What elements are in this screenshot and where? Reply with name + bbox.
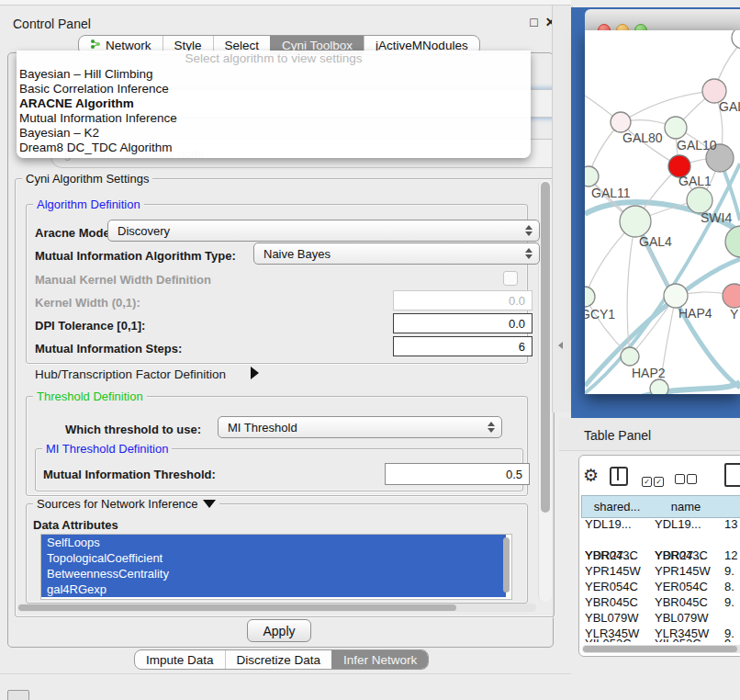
combo-spinner-icon: [525, 248, 533, 259]
node[interactable]: [650, 379, 668, 394]
hub-section-label[interactable]: Hub/Transcription Factor Definition: [35, 367, 226, 381]
list-item[interactable]: BetweennessCentrality: [41, 566, 506, 581]
column-header-name[interactable]: name: [651, 495, 722, 518]
combo-spinner-icon: [525, 225, 533, 236]
node[interactable]: [621, 347, 639, 366]
list-item[interactable]: SelfLoops: [41, 535, 506, 550]
settings-vertical-scrollbar-thumb[interactable]: [541, 182, 550, 513]
table-row[interactable]: YDR27...YDR27...12: [581, 533, 740, 548]
mi-threshold-label: Mutual Information Threshold:: [43, 468, 216, 481]
dropdown-item[interactable]: Bayesian – K2: [17, 126, 531, 141]
node[interactable]: [665, 117, 687, 139]
float-window-icon[interactable]: □: [527, 16, 541, 29]
control-panel-title: Control Panel: [13, 17, 91, 31]
network-canvas[interactable]: GAL GAL80 GAL10 GAL1 GAL11 SWI4 GAL4 HAP…: [585, 30, 740, 394]
data-attributes-label: Data Attributes: [33, 518, 118, 532]
mi-steps-value: 6: [519, 340, 525, 354]
gear-icon[interactable]: ⚙: [583, 465, 599, 486]
column-header-cut[interactable]: [721, 495, 740, 518]
columns-icon[interactable]: [610, 467, 628, 486]
node-label: GAL80: [622, 130, 663, 145]
mi-threshold-definition-title: MI Threshold Definition: [42, 442, 172, 456]
kernel-width-label: Kernel Width (0,1):: [35, 296, 140, 310]
mi-threshold-value: 0.5: [506, 468, 522, 481]
settings-horizontal-scrollbar-thumb[interactable]: [18, 604, 456, 611]
mi-type-combo[interactable]: Naive Bayes: [253, 243, 540, 265]
table-horizontal-scrollbar-thumb[interactable]: [583, 646, 737, 652]
dropdown-item[interactable]: Dream8 DC_TDC Algorithm: [17, 141, 531, 155]
table-panel-box: ⚙ ✓✓ shared... name YDL19...YDL19...13 Y…: [578, 455, 740, 657]
manual-kernel-checkbox[interactable]: [503, 271, 518, 286]
node-label: GAL10: [677, 138, 717, 152]
dpi-tolerance-value: 0.0: [509, 317, 525, 331]
mi-steps-field[interactable]: 6: [393, 336, 533, 356]
divider-handle-icon[interactable]: [558, 342, 563, 349]
node-label: HAP4: [678, 306, 712, 321]
algorithm-dropdown: Select algorithm to view settings Bayesi…: [17, 51, 531, 158]
select-all-checks-icon[interactable]: ✓✓: [642, 471, 666, 488]
network-window-titlebar[interactable]: [585, 9, 740, 31]
table-horizontal-scrollbar[interactable]: [582, 645, 740, 653]
node-label: HAP2: [632, 366, 666, 380]
dropdown-item[interactable]: Basic Correlation Inference: [17, 82, 531, 96]
list-item[interactable]: gal4RGexp: [41, 581, 506, 597]
expand-arrow-icon[interactable]: [251, 367, 259, 379]
threshold-definition-title: Threshold Definition: [33, 390, 147, 403]
dropdown-item[interactable]: Mutual Information Inference: [17, 111, 531, 126]
apply-button-label: Apply: [263, 624, 295, 638]
combo-spinner-icon: [488, 422, 495, 433]
node[interactable]: [723, 284, 740, 308]
settings-group-title: Cyni Algorithm Settings: [22, 172, 152, 186]
list-scrollbar-thumb[interactable]: [503, 537, 510, 593]
desktop-mini-icon[interactable]: [7, 690, 29, 700]
dock-bottom-border: [0, 673, 571, 674]
node[interactable]: [725, 226, 740, 257]
apply-button[interactable]: Apply: [247, 619, 311, 642]
node-label: SWI4: [701, 210, 732, 225]
settings-horizontal-scrollbar[interactable]: [17, 604, 536, 612]
manual-kernel-label: Manual Kernel Width Definition: [35, 273, 211, 287]
dropdown-item[interactable]: Bayesian – Hill Climbing: [17, 67, 531, 82]
sources-group-title: Sources for Network Inference: [37, 497, 198, 511]
mi-threshold-field[interactable]: 0.5: [385, 463, 530, 485]
file-export-icon[interactable]: [724, 463, 740, 487]
mi-steps-label: Mutual Information Steps:: [35, 342, 182, 356]
column-header-shared[interactable]: shared...: [581, 495, 653, 518]
node[interactable]: [585, 166, 599, 186]
aracne-mode-combo[interactable]: Discovery: [107, 220, 540, 242]
dpi-tolerance-field[interactable]: 0.0: [393, 313, 533, 333]
data-attributes-list: SelfLoops TopologicalCoefficient Between…: [40, 534, 512, 600]
which-threshold-combo[interactable]: MI Threshold: [218, 416, 502, 438]
list-item[interactable]: TopologicalCoefficient: [41, 550, 506, 566]
control-panel-header: Control Panel □ ✕: [0, 6, 558, 30]
kernel-width-value: 0.0: [509, 294, 525, 308]
node[interactable]: [664, 284, 688, 308]
panel-divider[interactable]: [552, 6, 573, 412]
node[interactable]: [611, 112, 631, 132]
node[interactable]: [687, 187, 712, 213]
kernel-width-field[interactable]: 0.0: [393, 290, 533, 310]
deselect-all-checks-icon[interactable]: [675, 471, 699, 488]
node-label: GAL: [719, 99, 740, 114]
node-label: GAL1: [678, 174, 712, 188]
tab-impute-data[interactable]: Impute Data: [135, 650, 225, 669]
dpi-tolerance-label: DPI Tolerance [0,1]:: [35, 319, 145, 333]
which-threshold-label: Which threshold to use:: [65, 423, 201, 436]
sources-group-title-wrap[interactable]: Sources for Network Inference: [33, 497, 219, 511]
node[interactable]: [732, 30, 740, 49]
node[interactable]: [620, 206, 651, 237]
app-root: { "control_panel": { "title": "Control P…: [0, 0, 740, 700]
dropdown-item-selected[interactable]: ARACNE Algorithm: [17, 96, 531, 111]
node-label: GAL11: [591, 186, 631, 200]
table-row[interactable]: YDL19...YDL19...13: [581, 517, 740, 533]
aracne-mode-label: Aracne Mode:: [35, 226, 114, 240]
collapse-arrow-icon: [203, 500, 216, 508]
bottom-tabstrip: Impute Data Discretize Data Infer Networ…: [134, 649, 429, 670]
algorithm-definition-title: Algorithm Definition: [33, 198, 144, 211]
tab-infer-network[interactable]: Infer Network: [331, 650, 428, 669]
settings-vertical-scrollbar[interactable]: [538, 180, 552, 602]
tab-discretize-data[interactable]: Discretize Data: [225, 650, 332, 669]
node-labels: GAL GAL80 GAL10 GAL1 GAL11 SWI4 GAL4 HAP…: [585, 99, 740, 380]
table-panel-title: Table Panel: [584, 428, 651, 443]
node[interactable]: [585, 287, 595, 307]
